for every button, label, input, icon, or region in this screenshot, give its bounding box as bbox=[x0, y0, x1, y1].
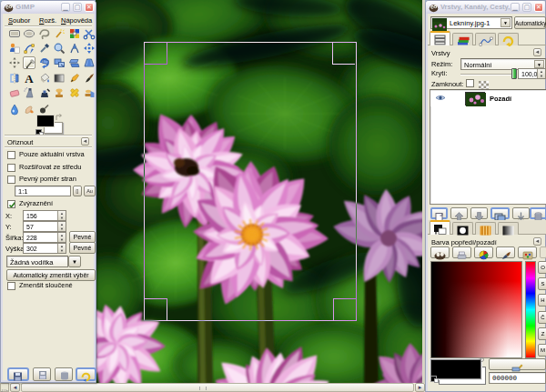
svg-text:A: A bbox=[25, 72, 34, 85]
